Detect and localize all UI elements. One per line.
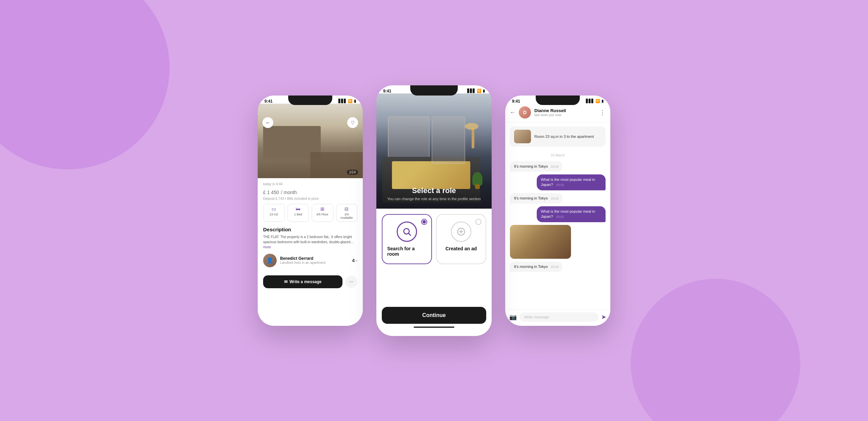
envelope-icon: ✉ (284, 279, 288, 284)
landlord-count[interactable]: 4 › (352, 258, 357, 263)
landlord-subtitle: Landlord lives in an apartment (280, 261, 349, 265)
phone3-content: 9:41 ▋▋▋ 🛜 ▮ ← D Dianne Russell last see… (505, 96, 610, 326)
home-indicator (382, 324, 486, 331)
listing-body: today in 4:44 £ 1 450 / month Deposit £ … (258, 178, 363, 275)
phone3-notch (536, 96, 580, 105)
description-text: THE FLAT. The property is a 2 bedroom fl… (263, 234, 357, 250)
continue-button[interactable]: Continue (382, 307, 486, 324)
svg-point-0 (404, 228, 409, 234)
message-time: 23:23 (556, 183, 564, 187)
lamp-decoration (472, 128, 474, 148)
chat-header: ← D Dianne Russell last seen just now ⋮ (505, 104, 610, 122)
message-time: 23:23 (551, 197, 559, 200)
phone3-time: 9:41 (512, 99, 520, 104)
phone2-notch (410, 85, 458, 96)
floor-label: 4/5 Floor (316, 213, 329, 216)
property-thumb (514, 130, 531, 143)
chat-messages: Room 23 sq.m in 3 to the apartment 10 Ma… (505, 122, 610, 309)
date-divider: 10 March (510, 153, 606, 157)
property-image: ← ♡ 1/14 (258, 104, 363, 178)
phone2-content: 9:41 ▋▋▋ 🛜 ▮ Select a role You can chang… (376, 85, 492, 336)
chat-avatar: D (519, 106, 531, 119)
ad-role-label: Created an ad (446, 246, 477, 251)
property-card-message: Room 23 sq.m in 3 to the apartment (510, 126, 606, 147)
chat-user-info: Dianne Russell last seen just now (534, 108, 596, 117)
message-bubble: It's morning in Tokyo 23:23 (510, 193, 563, 204)
feature-available: ⊟ 2/4 Available (336, 204, 358, 222)
chat-username: Dianne Russell (534, 108, 596, 113)
phone1-time: 9:41 (264, 99, 273, 104)
image-counter: 1/14 (347, 170, 358, 175)
back-button[interactable]: ← (262, 117, 273, 128)
message-row: It's morning in Tokyo 23:23 (510, 261, 606, 272)
phones-container: 9:41 ▋▋▋ 🛜 ▮ ← ♡ 1/14 today in 4:44 £ 1 … (258, 85, 610, 336)
role-title: Select a role (376, 186, 492, 195)
more-options-button[interactable]: ··· (345, 276, 357, 288)
message-row: What is the most popular meal in Japan? … (510, 206, 606, 222)
bed-label: 1 Bed (294, 213, 302, 216)
landlord-row: 👤 Benedict Gerrard Landlord lives in an … (263, 254, 357, 267)
search-large-icon (397, 222, 417, 242)
area-label: 23 m2 (270, 213, 278, 216)
message-bubble: It's morning in Tokyo 23:23 (510, 161, 563, 172)
signal-icon: ▋▋▋ (467, 89, 475, 93)
phone-chat: 9:41 ▋▋▋ 🛜 ▮ ← D Dianne Russell last see… (505, 96, 610, 326)
message-input[interactable]: Write message (519, 312, 598, 322)
phone2-time: 9:41 (383, 89, 391, 93)
chat-status: last seen just now (534, 113, 596, 117)
property-card-text: Room 23 sq.m in 3 to the apartment (534, 134, 594, 139)
hero-image: Select a role You can change the role at… (376, 93, 492, 209)
message-row: What is the most popular meal in Japan? … (510, 174, 606, 190)
favorite-button[interactable]: ♡ (347, 117, 358, 128)
message-time: 23:23 (551, 165, 559, 168)
phone1-notch (288, 96, 332, 105)
write-message-button[interactable]: ✉ Write a message (263, 275, 342, 288)
signal-icon: ▋▋▋ (338, 99, 347, 103)
message-time: 23:23 (556, 215, 564, 218)
search-role-label: Search for a room (387, 246, 427, 257)
room-thumbnail (510, 225, 571, 259)
feature-area: ▭ 23 m2 (263, 204, 285, 222)
landlord-info: Benedict Gerrard Landlord lives in an ap… (280, 256, 349, 265)
phone-role: 9:41 ▋▋▋ 🛜 ▮ Select a role You can chang… (376, 85, 492, 336)
radio-empty-icon (475, 219, 481, 225)
room-scene (258, 104, 363, 178)
feature-bed: 🛏 1 Bed (288, 204, 309, 222)
read-more-link[interactable]: more (263, 245, 271, 249)
signal-icon: ▋▋▋ (586, 99, 594, 103)
chat-input-bar: 📷 Write message ➤ (505, 309, 610, 326)
phone3-status-icons: ▋▋▋ 🛜 ▮ (586, 99, 604, 103)
feature-floor: ⊞ 4/5 Floor (312, 204, 333, 222)
battery-icon: ▮ (354, 99, 356, 103)
phone2-status-icons: ▋▋▋ 🛜 ▮ (467, 89, 485, 93)
send-button[interactable]: ➤ (601, 313, 606, 321)
message-bubble: What is the most popular meal in Japan? … (537, 174, 606, 190)
role-text-overlay: Select a role You can change the role at… (376, 186, 492, 202)
camera-button[interactable]: 📷 (509, 313, 517, 321)
message-bubble: It's morning in Tokyo 23:23 (510, 261, 563, 272)
landlord-avatar: 👤 (263, 254, 277, 267)
wifi-icon: 🛜 (348, 99, 353, 103)
image-message-row (510, 225, 606, 259)
home-bar (414, 327, 454, 328)
floor-icon: ⊞ (320, 206, 324, 212)
wifi-icon: 🛜 (595, 99, 600, 103)
message-row: It's morning in Tokyo 23:23 (510, 193, 606, 204)
radio-selected-icon (421, 219, 427, 225)
more-options-button[interactable]: ⋮ (599, 109, 606, 116)
description-title: Description (263, 227, 357, 232)
role-cards: Search for a room Created an ad (382, 214, 486, 264)
chevron-right-icon: › (356, 258, 357, 263)
message-bubble: What is the most popular meal in Japan? … (537, 206, 606, 222)
message-bar: ✉ Write a message ··· (258, 275, 363, 292)
role-card-ad[interactable]: Created an ad (436, 214, 486, 264)
back-button[interactable]: ← (510, 109, 515, 115)
property-image-message (510, 225, 571, 259)
role-card-search[interactable]: Search for a room (382, 214, 432, 264)
message-row: It's morning in Tokyo 23:23 (510, 161, 606, 172)
message-time: 23:23 (551, 265, 559, 269)
bed-icon: 🛏 (296, 206, 300, 212)
plant-decoration (472, 172, 482, 186)
available-icon: ⊟ (344, 206, 349, 212)
battery-icon: ▮ (601, 99, 604, 103)
